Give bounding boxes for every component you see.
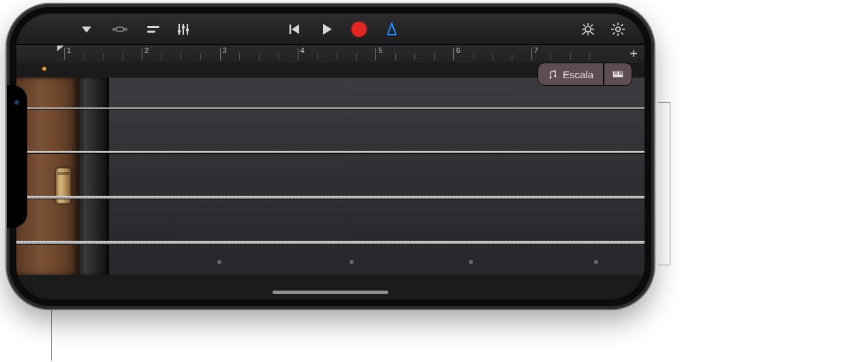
svg-rect-35 <box>619 71 620 75</box>
fret-marker-dot <box>217 260 221 264</box>
ruler-tick-minor <box>395 53 396 60</box>
guide-track-icon <box>580 21 596 37</box>
play-icon <box>318 21 335 37</box>
svg-rect-4 <box>147 31 155 33</box>
ruler-tick-minor <box>200 53 201 60</box>
svg-line-19 <box>591 24 593 27</box>
ruler-bar-label: 3 <box>223 46 227 54</box>
region-fx-button[interactable] <box>143 19 164 39</box>
ruler-bar-label: 5 <box>378 46 382 54</box>
song-settings-button[interactable] <box>608 19 628 39</box>
region-icon <box>145 21 161 37</box>
ruler-tick-minor <box>317 53 317 60</box>
control-bar <box>16 14 645 45</box>
fret-marker-dot <box>594 260 598 264</box>
ruler-tick-major <box>64 48 65 60</box>
tab-keyboard[interactable] <box>604 63 632 86</box>
keyboard-icon <box>613 69 623 80</box>
go-to-beginning-icon <box>285 21 302 37</box>
mixer-sliders-icon <box>175 21 191 37</box>
svg-line-17 <box>583 24 585 27</box>
add-section-button[interactable]: + <box>630 47 638 61</box>
ruler-bar-label: 4 <box>300 46 305 54</box>
settings-gear-icon <box>610 21 626 37</box>
scale-notes-icon <box>548 69 559 80</box>
ruler-tick-major <box>142 48 142 60</box>
ruler-tick-minor <box>239 53 240 60</box>
record-button[interactable] <box>349 19 369 39</box>
metronome-icon <box>384 21 400 37</box>
instrument-browser-button[interactable] <box>76 19 97 39</box>
ruler-tick-minor <box>337 53 337 60</box>
ruler-tick-minor <box>493 53 493 60</box>
tab-scale-label: Escala <box>563 69 593 80</box>
string-2[interactable] <box>16 151 645 153</box>
ruler-tick-minor <box>278 53 279 60</box>
string-4[interactable] <box>16 241 645 244</box>
track-controls-button[interactable] <box>173 19 193 39</box>
svg-point-9 <box>182 26 185 29</box>
record-icon <box>352 22 367 37</box>
tracks-icon <box>112 21 128 37</box>
fret-position-markers <box>16 248 645 275</box>
ruler-bar-label: 7 <box>534 46 538 54</box>
svg-point-30 <box>549 76 551 78</box>
ruler-tick-minor <box>434 53 435 60</box>
ruler-tick-major <box>375 48 376 60</box>
strings-touch-area[interactable] <box>16 78 645 275</box>
fret-marker-dot <box>350 260 354 264</box>
tab-scale[interactable]: Escala <box>538 63 604 86</box>
ruler-bar-label: 6 <box>456 46 460 54</box>
svg-point-10 <box>186 29 189 32</box>
ruler-tick-minor <box>181 53 181 60</box>
svg-point-21 <box>616 27 620 31</box>
transport-controls <box>283 19 402 39</box>
home-indicator[interactable] <box>273 291 388 294</box>
svg-point-2 <box>125 28 127 31</box>
screen: 1234567 + Escala <box>16 14 645 299</box>
playhead-marker[interactable] <box>57 46 64 51</box>
ruler-tick-minor <box>512 53 512 60</box>
svg-point-0 <box>113 28 116 31</box>
svg-rect-33 <box>615 71 615 75</box>
tracks-view-button[interactable] <box>106 19 134 39</box>
triangle-down-icon <box>78 21 95 37</box>
metronome-button[interactable] <box>382 19 402 39</box>
device-notch <box>7 85 27 228</box>
ruler-tick-minor <box>589 53 590 60</box>
svg-point-8 <box>178 30 181 33</box>
toolbar-right-group <box>578 19 645 39</box>
svg-line-29 <box>613 33 615 35</box>
touch-instrument-tabs: Escala <box>538 63 632 86</box>
guide-track-button[interactable] <box>578 19 598 39</box>
svg-rect-36 <box>621 71 622 75</box>
svg-point-31 <box>554 75 556 77</box>
ruler-tick-major <box>220 48 221 60</box>
svg-line-27 <box>621 33 623 35</box>
ruler-tick-minor <box>161 53 162 60</box>
ruler-bar-label: 2 <box>144 46 149 54</box>
svg-rect-34 <box>617 71 617 75</box>
ruler-tick-minor <box>356 53 357 60</box>
ruler[interactable]: 1234567 + <box>16 45 645 63</box>
string-3[interactable] <box>16 196 645 199</box>
svg-line-28 <box>621 24 623 27</box>
ruler-tick-minor <box>259 53 260 60</box>
ruler-tick-minor <box>551 53 551 60</box>
svg-rect-1 <box>117 27 124 31</box>
go-to-beginning-button[interactable] <box>283 19 304 39</box>
ruler-tick-major <box>298 48 298 60</box>
ruler-tick-minor <box>570 53 571 60</box>
ruler-tick-minor <box>123 53 123 60</box>
ruler-tick-minor <box>414 53 415 60</box>
fret-marker-dot <box>469 260 473 264</box>
svg-line-26 <box>613 24 615 27</box>
ruler-tick-minor <box>103 53 104 60</box>
ruler-tick-major <box>453 48 454 60</box>
cycle-region-marker[interactable] <box>42 67 46 71</box>
ruler-ticks: 1234567 <box>64 45 615 63</box>
play-button[interactable] <box>316 19 337 39</box>
string-1[interactable] <box>16 108 645 109</box>
callout-right-bracket <box>658 102 670 265</box>
ruler-bar-label: 1 <box>67 46 71 54</box>
